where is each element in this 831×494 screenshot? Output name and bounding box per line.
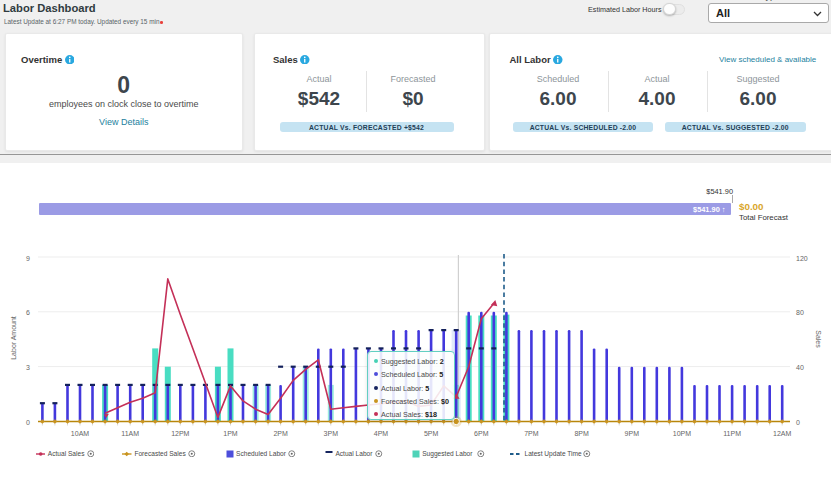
- svg-text:12PM: 12PM: [171, 430, 189, 437]
- svg-text:9: 9: [26, 255, 30, 262]
- svg-text:Sales: Sales: [815, 330, 822, 348]
- svg-text:4PM: 4PM: [374, 430, 389, 437]
- svg-text:9PM: 9PM: [625, 430, 640, 437]
- svg-text:11PM: 11PM: [723, 430, 741, 437]
- svg-text:120: 120: [796, 255, 808, 262]
- svg-text:Labor Amount: Labor Amount: [10, 316, 17, 360]
- svg-text:10PM: 10PM: [673, 430, 691, 437]
- svg-text:2PM: 2PM: [273, 430, 288, 437]
- svg-text:5PM: 5PM: [424, 430, 439, 437]
- svg-text:40: 40: [796, 364, 804, 371]
- svg-text:12AM: 12AM: [773, 430, 791, 437]
- svg-text:7PM: 7PM: [524, 430, 539, 437]
- svg-text:11AM: 11AM: [121, 430, 139, 437]
- svg-text:0: 0: [26, 419, 30, 426]
- svg-text:6PM: 6PM: [474, 430, 489, 437]
- svg-text:80: 80: [796, 309, 804, 316]
- svg-text:8PM: 8PM: [574, 430, 589, 437]
- svg-text:3PM: 3PM: [324, 430, 339, 437]
- svg-text:6: 6: [26, 309, 30, 316]
- svg-text:3: 3: [26, 364, 30, 371]
- svg-text:0: 0: [796, 419, 800, 426]
- svg-text:1PM: 1PM: [223, 430, 238, 437]
- svg-text:10AM: 10AM: [71, 430, 89, 437]
